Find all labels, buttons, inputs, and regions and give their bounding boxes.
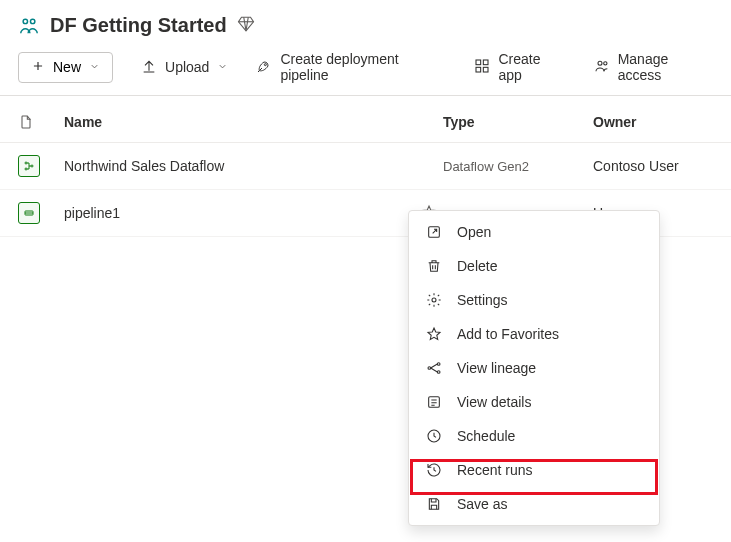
new-button[interactable]: New bbox=[18, 52, 113, 83]
column-name-header[interactable]: Name bbox=[64, 114, 417, 130]
svg-rect-6 bbox=[484, 67, 489, 72]
menu-label: Delete bbox=[457, 258, 497, 274]
svg-point-15 bbox=[428, 367, 431, 370]
chevron-down-icon bbox=[89, 59, 100, 75]
open-icon bbox=[425, 224, 443, 240]
create-app-button[interactable]: Create app bbox=[474, 51, 565, 83]
svg-point-9 bbox=[25, 162, 27, 164]
menu-label: View details bbox=[457, 394, 531, 410]
clock-icon bbox=[425, 428, 443, 444]
item-type: Dataflow Gen2 bbox=[443, 159, 593, 174]
menu-label: Settings bbox=[457, 292, 508, 308]
people-icon bbox=[594, 58, 610, 77]
menu-delete[interactable]: Delete bbox=[409, 249, 659, 283]
menu-view-details[interactable]: View details bbox=[409, 385, 659, 419]
toolbar: New Upload Create deployment pipeline Cr… bbox=[0, 47, 731, 96]
item-name[interactable]: pipeline1 bbox=[64, 205, 417, 221]
workspace-icon bbox=[18, 15, 40, 37]
svg-rect-5 bbox=[476, 67, 481, 72]
app-grid-icon bbox=[474, 58, 490, 77]
svg-point-14 bbox=[432, 298, 436, 302]
upload-icon bbox=[141, 58, 157, 77]
trash-icon bbox=[425, 258, 443, 274]
menu-label: Save as bbox=[457, 496, 508, 512]
history-icon bbox=[425, 462, 443, 478]
menu-view-lineage[interactable]: View lineage bbox=[409, 351, 659, 385]
pipeline-icon bbox=[18, 202, 40, 224]
details-icon bbox=[425, 394, 443, 410]
table-header-row: Name Type Owner bbox=[0, 96, 731, 143]
create-deployment-pipeline-button[interactable]: Create deployment pipeline bbox=[256, 51, 446, 83]
menu-recent-runs[interactable]: Recent runs bbox=[409, 453, 659, 487]
menu-open[interactable]: Open bbox=[409, 215, 659, 249]
item-owner: Contoso User bbox=[593, 158, 713, 174]
chevron-down-icon bbox=[217, 59, 228, 75]
manage-access-button[interactable]: Manage access bbox=[594, 51, 713, 83]
menu-schedule[interactable]: Schedule bbox=[409, 419, 659, 453]
menu-label: View lineage bbox=[457, 360, 536, 376]
plus-icon bbox=[31, 59, 45, 76]
lineage-icon bbox=[425, 360, 443, 376]
svg-rect-4 bbox=[484, 60, 489, 65]
svg-point-16 bbox=[437, 363, 440, 366]
workspace-title: DF Getting Started bbox=[50, 14, 227, 37]
menu-settings[interactable]: Settings bbox=[409, 283, 659, 317]
new-button-label: New bbox=[53, 59, 81, 75]
svg-point-7 bbox=[598, 61, 602, 65]
svg-point-1 bbox=[30, 19, 34, 23]
item-name[interactable]: Northwind Sales Dataflow bbox=[64, 158, 417, 174]
column-icon-header bbox=[18, 114, 64, 130]
menu-label: Schedule bbox=[457, 428, 515, 444]
menu-label: Recent runs bbox=[457, 462, 532, 478]
column-type-header[interactable]: Type bbox=[443, 114, 593, 130]
menu-save-as[interactable]: Save as bbox=[409, 487, 659, 521]
column-owner-header[interactable]: Owner bbox=[593, 114, 713, 130]
menu-label: Add to Favorites bbox=[457, 326, 559, 342]
create-pipeline-label: Create deployment pipeline bbox=[280, 51, 446, 83]
svg-point-11 bbox=[31, 165, 33, 167]
workspace-header: DF Getting Started bbox=[0, 0, 731, 47]
svg-point-17 bbox=[437, 371, 440, 374]
dataflow-icon bbox=[18, 155, 40, 177]
premium-diamond-icon bbox=[237, 15, 255, 36]
rocket-icon bbox=[256, 58, 272, 77]
create-app-label: Create app bbox=[498, 51, 565, 83]
svg-point-8 bbox=[603, 61, 606, 64]
svg-rect-3 bbox=[476, 60, 481, 65]
gear-icon bbox=[425, 292, 443, 308]
star-icon bbox=[425, 326, 443, 342]
svg-point-10 bbox=[25, 168, 27, 170]
save-icon bbox=[425, 496, 443, 512]
svg-point-0 bbox=[23, 19, 27, 23]
upload-button[interactable]: Upload bbox=[141, 58, 228, 77]
upload-label: Upload bbox=[165, 59, 209, 75]
menu-label: Open bbox=[457, 224, 491, 240]
context-menu: Open Delete Settings Add to Favorites Vi… bbox=[408, 210, 660, 526]
manage-access-label: Manage access bbox=[618, 51, 713, 83]
svg-point-2 bbox=[265, 63, 267, 65]
table-row[interactable]: Northwind Sales Dataflow Dataflow Gen2 C… bbox=[0, 143, 731, 190]
menu-add-favorites[interactable]: Add to Favorites bbox=[409, 317, 659, 351]
